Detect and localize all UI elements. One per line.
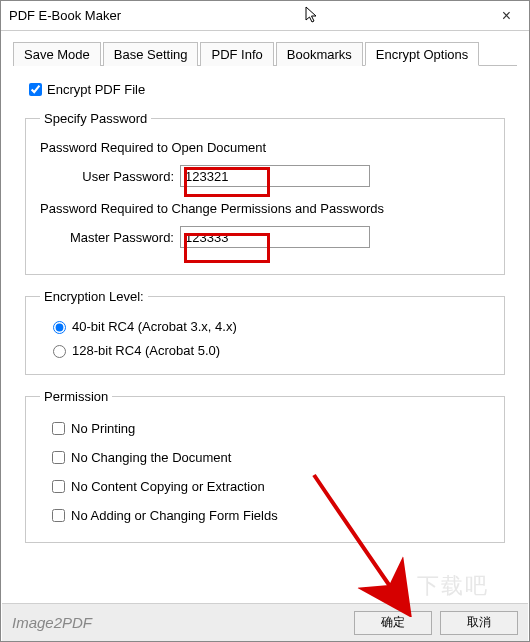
enc-128bit-radio[interactable]: [53, 345, 66, 358]
perm-no-copy-label: No Content Copying or Extraction: [71, 479, 265, 494]
tab-bookmarks[interactable]: Bookmarks: [276, 42, 363, 66]
footer-buttons: 确定 取消: [354, 611, 518, 635]
enc-40bit-row: 40-bit RC4 (Acrobat 3.x, 4.x): [40, 314, 490, 338]
enc-128bit-row: 128-bit RC4 (Acrobat 5.0): [40, 338, 490, 362]
specify-password-group: Specify Password Password Required to Op…: [25, 111, 505, 275]
close-button[interactable]: ×: [484, 1, 529, 31]
change-perm-label: Password Required to Change Permissions …: [40, 201, 490, 216]
master-password-row: Master Password:: [40, 226, 490, 248]
perm-no-printing-label: No Printing: [71, 421, 135, 436]
user-password-input[interactable]: [180, 165, 370, 187]
encrypt-pdf-label: Encrypt PDF File: [47, 82, 145, 97]
ok-button[interactable]: 确定: [354, 611, 432, 635]
perm-no-copy-checkbox[interactable]: [52, 480, 65, 493]
perm-no-printing-row: No Printing: [40, 414, 490, 443]
watermark-text: 下载吧: [417, 571, 489, 601]
cancel-button[interactable]: 取消: [440, 611, 518, 635]
tab-bar: Save Mode Base Setting PDF Info Bookmark…: [13, 41, 517, 66]
brand-label: Image2PDF: [12, 614, 92, 631]
encrypt-pdf-checkbox[interactable]: [29, 83, 42, 96]
permission-legend: Permission: [40, 389, 112, 404]
master-password-label: Master Password:: [60, 230, 180, 245]
user-password-label: User Password:: [60, 169, 180, 184]
tab-base-setting[interactable]: Base Setting: [103, 42, 199, 66]
tab-save-mode[interactable]: Save Mode: [13, 42, 101, 66]
titlebar: PDF E-Book Maker ×: [1, 1, 529, 31]
user-password-row: User Password:: [40, 165, 490, 187]
tab-encrypt-options[interactable]: Encrypt Options: [365, 42, 480, 66]
encryption-level-legend: Encryption Level:: [40, 289, 148, 304]
tab-pdf-info[interactable]: PDF Info: [200, 42, 273, 66]
enc-40bit-label: 40-bit RC4 (Acrobat 3.x, 4.x): [72, 319, 237, 334]
close-icon: ×: [502, 7, 511, 25]
master-password-input[interactable]: [180, 226, 370, 248]
enc-40bit-radio[interactable]: [53, 321, 66, 334]
perm-no-changing-row: No Changing the Document: [40, 443, 490, 472]
enc-128bit-label: 128-bit RC4 (Acrobat 5.0): [72, 343, 220, 358]
encryption-level-group: Encryption Level: 40-bit RC4 (Acrobat 3.…: [25, 289, 505, 375]
open-doc-label: Password Required to Open Document: [40, 140, 490, 155]
perm-no-changing-checkbox[interactable]: [52, 451, 65, 464]
content-area: Encrypt PDF File Specify Password Passwo…: [1, 66, 529, 543]
window-title: PDF E-Book Maker: [9, 8, 121, 23]
perm-no-printing-checkbox[interactable]: [52, 422, 65, 435]
specify-password-legend: Specify Password: [40, 111, 151, 126]
permission-group: Permission No Printing No Changing the D…: [25, 389, 505, 543]
perm-no-changing-label: No Changing the Document: [71, 450, 231, 465]
encrypt-pdf-row: Encrypt PDF File: [25, 80, 505, 99]
footer: Image2PDF 确定 取消: [2, 603, 528, 641]
perm-no-copy-row: No Content Copying or Extraction: [40, 472, 490, 501]
perm-no-forms-checkbox[interactable]: [52, 509, 65, 522]
perm-no-forms-label: No Adding or Changing Form Fields: [71, 508, 278, 523]
perm-no-forms-row: No Adding or Changing Form Fields: [40, 501, 490, 530]
